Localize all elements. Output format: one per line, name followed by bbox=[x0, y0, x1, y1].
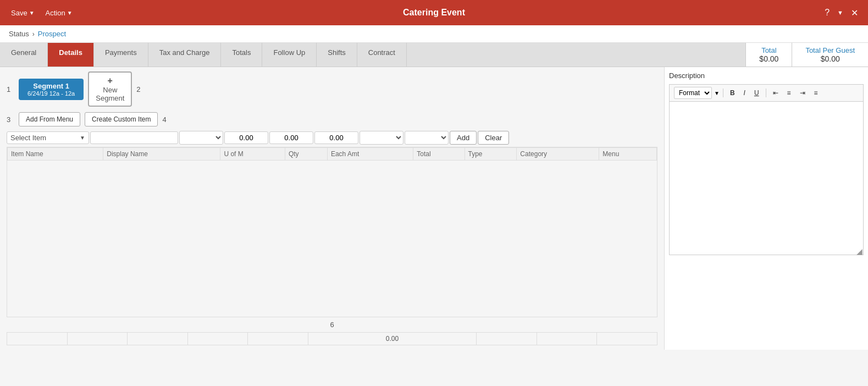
footer-item-name bbox=[7, 333, 68, 345]
new-label: New bbox=[103, 86, 117, 94]
total-label: Total bbox=[759, 46, 778, 54]
tab-payments[interactable]: Payments bbox=[94, 43, 148, 67]
item-input-row: Select Item ▼ 0.00 0.00 0.00 Add Clear bbox=[7, 131, 657, 145]
format-dropdown-icon[interactable]: ▼ bbox=[714, 90, 720, 96]
close-icon[interactable]: ✕ bbox=[848, 5, 861, 20]
footer-uom bbox=[128, 333, 188, 345]
action-buttons-row: 3 Add From Menu Create Custom Item 4 bbox=[7, 112, 657, 126]
qty-field[interactable]: 0.00 bbox=[224, 131, 268, 144]
list-button[interactable]: ≡ bbox=[811, 87, 821, 98]
segment-1-button[interactable]: Segment 1 6/24/19 12a - 12a bbox=[19, 79, 84, 100]
col-uom: U of M bbox=[220, 148, 285, 161]
col-qty: Qty bbox=[285, 148, 327, 161]
resize-handle[interactable]: ◢ bbox=[856, 248, 863, 255]
totals-panel: Total $0.00 Total Per Guest $0.00 bbox=[745, 43, 868, 67]
footer-type bbox=[477, 333, 537, 345]
each-amt-field[interactable]: 0.00 bbox=[269, 131, 313, 144]
tab-tax-charge[interactable]: Tax and Charge bbox=[148, 43, 222, 67]
help-dropdown-icon[interactable]: ▼ bbox=[837, 9, 843, 16]
select-item-text: Select Item bbox=[10, 134, 80, 142]
left-panel: 1 Segment 1 6/24/19 12a - 12a + New Segm… bbox=[0, 67, 665, 350]
footer-category bbox=[537, 333, 597, 345]
new-segment-button[interactable]: + New Segment bbox=[88, 71, 132, 107]
top-bar: Save ▼ Action ▼ Catering Event ? ▼ ✕ bbox=[0, 0, 868, 25]
tab-contract[interactable]: Contract bbox=[357, 43, 407, 67]
col-each-amt: Each Amt bbox=[327, 148, 413, 161]
step-3: 3 bbox=[7, 115, 14, 124]
footer-each-amt bbox=[248, 333, 308, 345]
tab-details[interactable]: Details bbox=[48, 43, 94, 67]
items-table: Item Name Display Name U of M Qty Each A… bbox=[7, 147, 657, 161]
items-table-container[interactable]: Item Name Display Name U of M Qty Each A… bbox=[7, 147, 657, 317]
page-num-value: 6 bbox=[330, 321, 334, 329]
per-guest-col: Total Per Guest $0.00 bbox=[792, 43, 868, 67]
total-field[interactable]: 0.00 bbox=[314, 131, 358, 144]
tabs-container: General Details Payments Tax and Charge … bbox=[0, 43, 745, 67]
help-icon[interactable]: ? bbox=[821, 5, 833, 20]
action-dropdown-icon[interactable]: ▼ bbox=[67, 10, 73, 16]
breadcrumb-current: Prospect bbox=[38, 30, 66, 38]
col-type: Type bbox=[465, 148, 517, 161]
bold-button[interactable]: B bbox=[727, 87, 738, 98]
tabs-row: General Details Payments Tax and Charge … bbox=[0, 43, 868, 67]
category-dropdown[interactable] bbox=[405, 131, 449, 145]
footer-display-name bbox=[67, 333, 128, 345]
plus-icon: + bbox=[108, 76, 113, 86]
breadcrumb-status: Status bbox=[9, 30, 29, 38]
per-guest-value: $0.00 bbox=[805, 54, 855, 63]
footer-total: 0.00 bbox=[308, 333, 476, 345]
breadcrumb-arrow: › bbox=[32, 30, 35, 38]
per-guest-label: Total Per Guest bbox=[805, 46, 855, 54]
align-right-button[interactable]: ⇥ bbox=[797, 87, 809, 98]
step-2: 2 bbox=[136, 85, 144, 93]
segment-date: 6/24/19 12a - 12a bbox=[27, 90, 75, 97]
description-editor[interactable]: ◢ bbox=[669, 101, 864, 255]
top-bar-left: Save ▼ Action ▼ bbox=[7, 7, 77, 19]
clear-button[interactable]: Clear bbox=[478, 131, 509, 145]
italic-button[interactable]: I bbox=[740, 87, 749, 98]
page-title: Catering Event bbox=[403, 8, 465, 18]
toolbar-divider-1 bbox=[723, 89, 723, 97]
action-label: Action bbox=[46, 9, 65, 17]
segment-row: 1 Segment 1 6/24/19 12a - 12a + New Segm… bbox=[7, 71, 657, 107]
format-select[interactable]: Format bbox=[674, 87, 712, 99]
underline-button[interactable]: U bbox=[751, 87, 762, 98]
select-item-wrapper[interactable]: Select Item ▼ bbox=[7, 131, 89, 144]
save-button[interactable]: Save ▼ bbox=[7, 7, 39, 19]
footer-qty bbox=[187, 333, 248, 345]
segment-title: Segment 1 bbox=[27, 82, 75, 90]
add-button[interactable]: Add bbox=[450, 131, 477, 145]
footer-menu bbox=[597, 333, 657, 345]
total-col: Total $0.00 bbox=[746, 43, 792, 67]
type-dropdown[interactable] bbox=[360, 131, 403, 145]
total-value: $0.00 bbox=[759, 54, 778, 63]
col-menu: Menu bbox=[599, 148, 657, 161]
step-1: 1 bbox=[7, 85, 14, 93]
uom-dropdown[interactable] bbox=[179, 131, 223, 145]
create-custom-item-button[interactable]: Create Custom Item bbox=[85, 112, 158, 126]
tab-totals[interactable]: Totals bbox=[221, 43, 262, 67]
top-bar-right: ? ▼ ✕ bbox=[821, 5, 861, 20]
add-from-menu-button[interactable]: Add From Menu bbox=[19, 112, 80, 126]
save-dropdown-icon[interactable]: ▼ bbox=[29, 10, 35, 16]
select-item-arrow[interactable]: ▼ bbox=[80, 135, 85, 141]
step-4: 4 bbox=[162, 115, 170, 124]
item-input-field[interactable] bbox=[90, 131, 178, 144]
action-button[interactable]: Action ▼ bbox=[41, 7, 77, 19]
align-center-button[interactable]: ≡ bbox=[784, 87, 794, 98]
tab-shifts[interactable]: Shifts bbox=[317, 43, 357, 67]
col-category: Category bbox=[517, 148, 599, 161]
description-title: Description bbox=[669, 71, 864, 80]
footer-table: 0.00 bbox=[7, 332, 657, 345]
tab-general[interactable]: General bbox=[0, 43, 48, 67]
col-display-name: Display Name bbox=[103, 148, 220, 161]
col-item-name: Item Name bbox=[8, 148, 103, 161]
tab-follow-up[interactable]: Follow Up bbox=[262, 43, 317, 67]
right-panel: Description Format ▼ B I U ⇤ ≡ ⇥ ≡ ◢ bbox=[665, 67, 868, 350]
col-total: Total bbox=[413, 148, 465, 161]
toolbar-divider-2 bbox=[766, 89, 766, 97]
main-content: 1 Segment 1 6/24/19 12a - 12a + New Segm… bbox=[0, 67, 868, 350]
save-label: Save bbox=[11, 9, 27, 17]
segment-label: Segment bbox=[96, 94, 124, 102]
align-left-button[interactable]: ⇤ bbox=[770, 87, 782, 98]
